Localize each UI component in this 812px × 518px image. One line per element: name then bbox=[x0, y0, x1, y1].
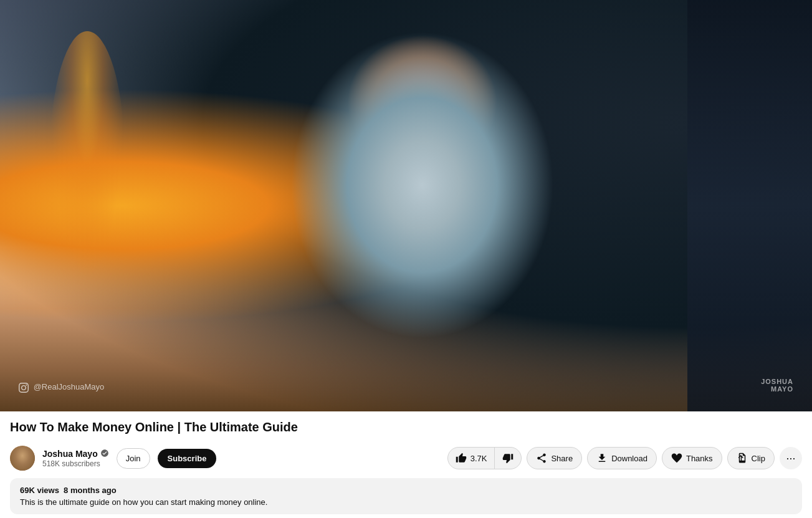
like-button[interactable]: 3.7K bbox=[448, 448, 495, 469]
share-button[interactable]: Share bbox=[527, 447, 582, 469]
channel-left: Joshua Mayo 518K subscribers Join Subscr… bbox=[10, 446, 216, 471]
video-title: How To Make Money Online | The Ultimate … bbox=[10, 420, 802, 434]
instagram-handle: @RealJoshuaMayo bbox=[19, 382, 104, 393]
video-player[interactable]: @RealJoshuaMayo JOSHUA MAYO bbox=[0, 0, 812, 411]
channel-name: Joshua Mayo bbox=[42, 449, 109, 459]
more-dots-icon: ··· bbox=[786, 452, 795, 465]
thumbs-up-icon bbox=[456, 453, 467, 464]
thanks-button[interactable]: Thanks bbox=[662, 447, 722, 469]
more-options-button[interactable]: ··· bbox=[780, 447, 802, 469]
channel-row: Joshua Mayo 518K subscribers Join Subscr… bbox=[10, 446, 802, 471]
title-section: How To Make Money Online | The Ultimate … bbox=[0, 411, 812, 446]
download-button[interactable]: Download bbox=[587, 447, 657, 469]
subscriber-count: 518K subscribers bbox=[42, 459, 109, 468]
clip-icon bbox=[737, 453, 748, 464]
like-dislike-group: 3.7K bbox=[447, 447, 522, 469]
video-description: 69K views 8 months ago This is the ultim… bbox=[10, 478, 802, 514]
thumbs-down-icon bbox=[502, 453, 513, 464]
verified-icon bbox=[100, 449, 109, 459]
video-description-text: This is the ultimate guide on how you ca… bbox=[20, 497, 792, 507]
download-icon bbox=[596, 453, 608, 464]
share-icon bbox=[536, 453, 547, 464]
join-button[interactable]: Join bbox=[117, 448, 150, 469]
video-stats-line: 69K views 8 months ago bbox=[20, 486, 792, 495]
subscribe-button[interactable]: Subscribe bbox=[158, 449, 217, 468]
thanks-icon bbox=[671, 453, 682, 464]
avatar[interactable] bbox=[10, 446, 35, 471]
clip-button[interactable]: Clip bbox=[727, 447, 775, 469]
dislike-button[interactable] bbox=[495, 448, 521, 469]
action-buttons: 3.7K Share Download Thanks bbox=[447, 447, 802, 469]
channel-info: Joshua Mayo 518K subscribers bbox=[42, 449, 109, 468]
video-watermark: JOSHUA MAYO bbox=[761, 378, 793, 393]
